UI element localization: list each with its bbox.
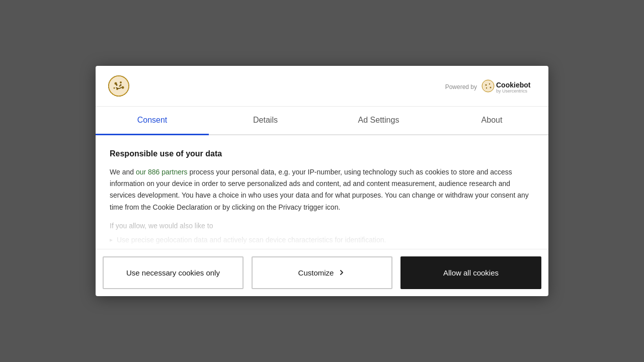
- content-body: We and our 886 partners process your per…: [110, 166, 534, 213]
- tabs-container: Consent Details Ad Settings About: [96, 107, 548, 135]
- powered-by-label: Powered by: [445, 83, 477, 90]
- content-title: Responsible use of your data: [110, 149, 534, 158]
- modal-footer: Use necessary cookies only Customize All…: [96, 249, 548, 296]
- tab-details[interactable]: Details: [209, 107, 322, 135]
- cookiebot-brand: Cookiebot by Usercentrics: [481, 79, 536, 95]
- secondary-text: If you allow, we would also like to: [110, 220, 534, 232]
- svg-point-15: [486, 87, 487, 88]
- partners-link[interactable]: our 886 partners: [136, 168, 188, 176]
- svg-point-11: [482, 80, 494, 92]
- tab-about[interactable]: About: [435, 107, 548, 135]
- cookiebot-logo-svg: Cookiebot by Usercentrics: [481, 79, 536, 95]
- svg-point-4: [122, 86, 124, 89]
- svg-point-3: [120, 81, 122, 83]
- fade-item: Use precise geolocation data and activel…: [110, 236, 534, 244]
- chevron-right-icon: [338, 268, 346, 277]
- cookie-consent-modal: Powered by Cookiebot by Usercentrics: [96, 66, 548, 296]
- tab-consent[interactable]: Consent: [96, 107, 209, 135]
- svg-text:Cookiebot: Cookiebot: [496, 81, 531, 89]
- svg-point-14: [490, 87, 492, 88]
- svg-point-8: [116, 84, 118, 86]
- svg-text:by Usercentrics: by Usercentrics: [496, 88, 528, 94]
- powered-by-section: Powered by Cookiebot by Usercentrics: [445, 79, 536, 95]
- cookie-logo-container: [108, 75, 130, 99]
- svg-point-13: [489, 83, 490, 84]
- svg-point-12: [486, 84, 487, 86]
- svg-point-9: [120, 84, 122, 86]
- modal-overlay: Powered by Cookiebot by Usercentrics: [0, 0, 644, 362]
- modal-content: Responsible use of your data We and our …: [96, 135, 548, 248]
- customize-label: Customize: [298, 268, 334, 277]
- tab-ad-settings[interactable]: Ad Settings: [322, 107, 435, 135]
- customize-button[interactable]: Customize: [252, 256, 392, 289]
- allow-all-button[interactable]: Allow all cookies: [400, 256, 541, 289]
- modal-header: Powered by Cookiebot by Usercentrics: [96, 66, 548, 107]
- necessary-cookies-button[interactable]: Use necessary cookies only: [103, 256, 244, 289]
- cookie-icon: [108, 75, 130, 97]
- svg-point-6: [114, 87, 115, 89]
